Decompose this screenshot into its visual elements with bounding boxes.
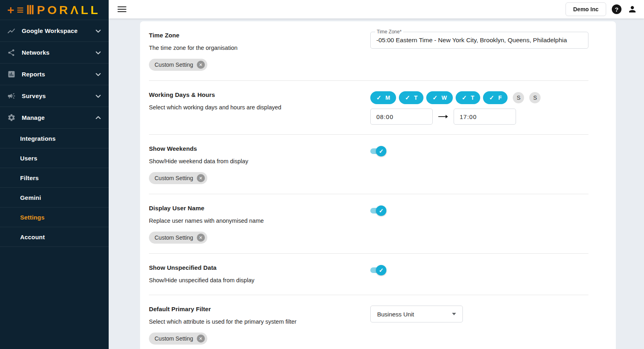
main-content: Time Zone The time zone for the organisa…	[109, 18, 644, 349]
check-icon: ✓	[462, 94, 467, 101]
time-zone-field-label: Time Zone*	[375, 29, 403, 35]
day-chip-sunday[interactable]: S	[529, 92, 541, 103]
show-unspecified-toggle[interactable]: ✓	[370, 265, 386, 275]
chevron-down-icon	[95, 71, 101, 78]
menu-icon[interactable]	[118, 5, 126, 14]
time-zone-field-value: -05:00 Eastern Time - New York City, Bro…	[376, 37, 582, 44]
time-zone-field[interactable]: Time Zone* -05:00 Eastern Time - New Yor…	[370, 32, 588, 49]
row-description: Show/Hide unspecified data from display	[149, 277, 370, 283]
chevron-up-icon	[95, 115, 101, 121]
settings-row-default-primary-filter: Default Primary Filter Select which attr…	[149, 295, 588, 349]
sidebar-item-label: Google Workspace	[22, 27, 95, 34]
row-title: Default Primary Filter	[149, 306, 370, 312]
row-description: Select which working days and hours are …	[149, 104, 370, 111]
settings-row-time-zone: Time Zone The time zone for the organisa…	[149, 21, 588, 81]
sidebar-item-integrations[interactable]: Integrations	[0, 129, 109, 148]
row-title: Show Weekends	[149, 145, 370, 152]
sidebar-subitem-label: Filters	[20, 174, 39, 181]
custom-setting-chip[interactable]: Custom Setting ✕	[149, 333, 207, 345]
row-description: The time zone for the organisation	[149, 45, 370, 51]
bar-chart-icon	[6, 70, 16, 79]
display-user-name-toggle[interactable]: ✓	[370, 205, 386, 216]
custom-setting-chip[interactable]: Custom Setting ✕	[149, 172, 207, 184]
sidebar-item-filters[interactable]: Filters	[0, 168, 109, 188]
settings-card: Time Zone The time zone for the organisa…	[140, 21, 616, 349]
check-icon: ✓	[489, 94, 494, 101]
chevron-down-icon	[95, 28, 101, 34]
chip-label: Custom Setting	[155, 234, 193, 241]
share-icon	[6, 48, 16, 57]
settings-row-show-unspecified: Show Unspecified Data Show/Hide unspecif…	[149, 254, 588, 295]
help-icon[interactable]: ?	[612, 4, 621, 14]
sidebar: +≡ⅢPORΛLL Google Workspace Networks Repo…	[0, 0, 109, 349]
row-title: Show Unspecified Data	[149, 264, 370, 271]
day-label: T	[471, 94, 475, 101]
remove-chip-icon[interactable]: ✕	[197, 234, 205, 242]
day-label: W	[442, 94, 447, 101]
check-icon: ✓	[432, 94, 438, 101]
sidebar-item-label: Surveys	[22, 92, 95, 99]
sidebar-item-reports[interactable]: Reports	[0, 64, 109, 85]
day-label: F	[498, 94, 502, 101]
end-time-input[interactable]	[454, 109, 516, 125]
row-description: Select which attribute is used for the p…	[149, 318, 370, 325]
settings-row-working-days: Working Days & Hours Select which workin…	[149, 81, 588, 135]
day-label: T	[414, 94, 418, 101]
chip-label: Custom Setting	[155, 175, 193, 181]
sidebar-item-manage[interactable]: Manage	[0, 107, 109, 129]
row-description: Replace user names with anonymised name	[149, 218, 370, 224]
sidebar-subitem-label: Integrations	[20, 135, 56, 142]
check-icon: ✓	[405, 94, 410, 101]
day-chip-tuesday[interactable]: ✓ T	[399, 91, 423, 104]
working-hours	[370, 109, 588, 125]
chevron-down-icon	[95, 93, 101, 99]
gear-icon	[6, 113, 16, 123]
sidebar-subitem-label: Account	[20, 234, 45, 240]
working-days-selector: ✓ M ✓ T ✓ W ✓ T	[370, 91, 588, 104]
day-chip-saturday[interactable]: S	[513, 92, 524, 103]
day-label: M	[386, 94, 390, 101]
row-description: Show/Hide weekend data from display	[149, 158, 370, 164]
sidebar-item-users[interactable]: Users	[0, 148, 109, 168]
sidebar-item-label: Networks	[22, 49, 95, 56]
arrow-right-icon	[438, 114, 448, 119]
show-weekends-toggle[interactable]: ✓	[370, 146, 386, 156]
custom-setting-chip[interactable]: Custom Setting ✕	[149, 232, 207, 244]
toggle-thumb-check-icon: ✓	[376, 205, 386, 216]
settings-row-display-user-name: Display User Name Replace user names wit…	[149, 194, 588, 254]
sidebar-subitem-label: Settings	[20, 214, 45, 221]
org-button[interactable]: Demo Inc	[566, 2, 606, 16]
day-chip-friday[interactable]: ✓ F	[483, 91, 508, 104]
day-chip-wednesday[interactable]: ✓ W	[426, 91, 453, 104]
sidebar-item-settings[interactable]: Settings	[0, 207, 109, 227]
remove-chip-icon[interactable]: ✕	[197, 335, 205, 343]
sidebar-item-account[interactable]: Account	[0, 227, 109, 247]
sidebar-subitem-label: Gemini	[20, 194, 41, 201]
sidebar-item-networks[interactable]: Networks	[0, 42, 109, 64]
brand-logo-text: +≡ⅢPORΛLL	[7, 4, 100, 16]
day-chip-thursday[interactable]: ✓ T	[456, 91, 480, 104]
sidebar-item-label: Reports	[22, 71, 95, 78]
megaphone-icon	[6, 91, 16, 101]
chip-label: Custom Setting	[155, 62, 193, 68]
start-time-input[interactable]	[370, 109, 433, 125]
account-icon[interactable]	[627, 4, 638, 14]
remove-chip-icon[interactable]: ✕	[197, 61, 205, 69]
logo[interactable]: +≡ⅢPORΛLL	[0, 0, 109, 20]
chevron-down-icon	[95, 49, 101, 56]
toggle-thumb-check-icon: ✓	[376, 265, 386, 275]
top-bar: Demo Inc ?	[109, 0, 644, 18]
dropdown-caret-icon	[452, 313, 456, 315]
check-icon: ✓	[376, 94, 382, 101]
day-chip-monday[interactable]: ✓ M	[370, 91, 396, 104]
remove-chip-icon[interactable]: ✕	[197, 174, 205, 182]
sidebar-item-gemini[interactable]: Gemini	[0, 188, 109, 207]
primary-filter-select[interactable]: Business Unit	[370, 306, 463, 322]
row-title: Display User Name	[149, 205, 370, 211]
primary-filter-value: Business Unit	[377, 311, 452, 318]
sidebar-item-google-workspace[interactable]: Google Workspace	[0, 20, 109, 42]
sidebar-item-label: Manage	[22, 114, 95, 121]
custom-setting-chip[interactable]: Custom Setting ✕	[149, 59, 207, 71]
sidebar-item-surveys[interactable]: Surveys	[0, 85, 109, 107]
settings-row-show-weekends: Show Weekends Show/Hide weekend data fro…	[149, 135, 588, 194]
